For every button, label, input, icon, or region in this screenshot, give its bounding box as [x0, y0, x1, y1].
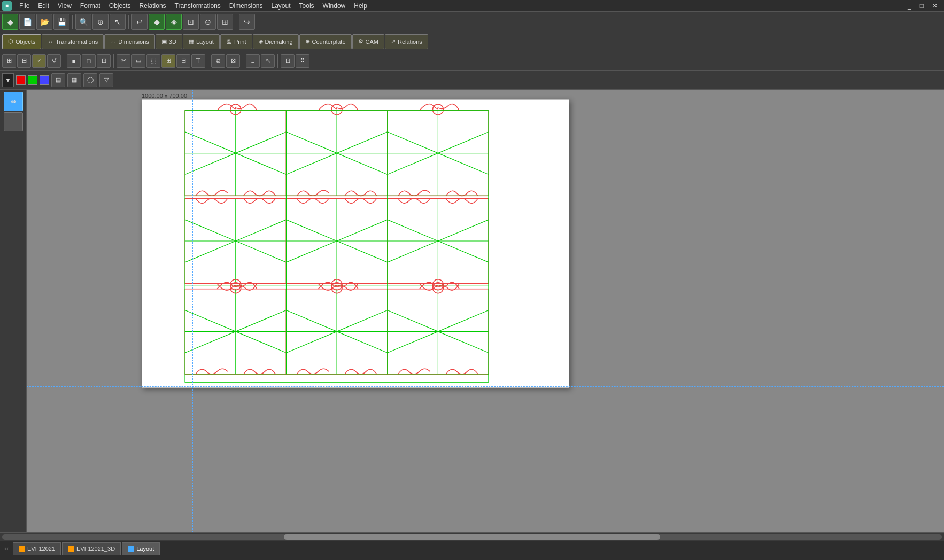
save-button[interactable]: 💾	[53, 14, 69, 30]
nav-relations[interactable]: ↗ Relations	[385, 34, 428, 49]
lines-btn[interactable]: ≡	[246, 54, 260, 68]
svg-line-45	[388, 241, 438, 262]
color-sep	[117, 73, 117, 87]
color-swatch-blue[interactable]	[40, 75, 49, 85]
search-button[interactable]: 🔍	[75, 14, 91, 30]
grid3-btn[interactable]: ⊟	[176, 54, 190, 68]
frame-btn[interactable]: ⊡	[281, 54, 295, 68]
nav-3d[interactable]: ▣ 3D	[156, 34, 182, 49]
select-button[interactable]: ↖	[110, 14, 126, 30]
svg-line-21	[438, 153, 489, 175]
menu-file[interactable]: File	[15, 1, 34, 11]
menu-dimensions[interactable]: Dimensions	[225, 1, 267, 11]
box-1-3	[388, 104, 489, 196]
cursor-btn[interactable]: ↖	[261, 54, 275, 68]
nav-objects[interactable]: ⬡ Objects	[2, 34, 41, 49]
svg-line-35	[286, 220, 337, 241]
layout-svg	[142, 100, 569, 387]
left-tool-2[interactable]	[4, 112, 23, 131]
svg-line-12	[286, 153, 337, 175]
rect-btn[interactable]: □	[82, 54, 96, 68]
minimize-button[interactable]: _	[903, 1, 916, 11]
menu-help[interactable]: Help	[350, 1, 372, 11]
maximize-button[interactable]: □	[916, 1, 928, 11]
zoom-out-button[interactable]: ⊖	[200, 14, 216, 30]
svg-line-13	[337, 153, 388, 175]
grid-button[interactable]: ⊞	[217, 14, 233, 30]
dimension-label: 1000.00 x 700.00	[142, 92, 187, 99]
menu-layout[interactable]: Layout	[267, 1, 295, 11]
zoom-in-button[interactable]: ⊕	[92, 14, 109, 30]
undo-button[interactable]: ↩	[131, 14, 148, 30]
svg-line-30	[236, 241, 287, 262]
nav-dimensions[interactable]: ↔ Dimensions	[104, 34, 154, 49]
bubble-btn[interactable]: ◯	[83, 73, 97, 87]
cut-btn[interactable]: ✂	[117, 54, 130, 68]
dots-btn[interactable]: ⠿	[296, 54, 309, 68]
grid2-btn[interactable]: ⊞	[161, 54, 175, 68]
menu-tools[interactable]: Tools	[295, 1, 319, 11]
tab-expand-button[interactable]: ‹‹	[2, 545, 11, 553]
bottom-tabs: ‹‹ EVF12021 EVF12021_3D Layout	[0, 541, 944, 556]
app-icon: ■	[2, 1, 12, 11]
redo-button[interactable]: ↪	[239, 14, 255, 30]
scrollbar-thumb[interactable]	[284, 534, 660, 540]
wrap-btn[interactable]: ⊠	[226, 54, 240, 68]
pattern2-btn[interactable]: ▦	[67, 73, 81, 87]
nav-print[interactable]: 🖶 Print	[220, 34, 252, 49]
dashed-line-left	[192, 90, 193, 532]
nav-transformations[interactable]: ↔ Transformations	[42, 34, 104, 49]
scrollbar-track[interactable]	[2, 534, 942, 540]
left-tool-arrows[interactable]: ⇔	[4, 92, 23, 111]
menu-format[interactable]: Format	[76, 1, 105, 11]
align-grid-btn[interactable]: ⊞	[2, 54, 16, 68]
square-btn[interactable]: ■	[67, 54, 81, 68]
dashed-btn[interactable]: ⬚	[146, 54, 160, 68]
nav-layout[interactable]: ▦ Layout	[183, 34, 220, 49]
svg-line-19	[438, 132, 489, 153]
menu-transformations[interactable]: Transformations	[171, 1, 225, 11]
filter-btn[interactable]: ▽	[99, 73, 113, 87]
close-button[interactable]: ✕	[928, 1, 942, 11]
menu-edit[interactable]: Edit	[34, 1, 53, 11]
box-1-1	[185, 104, 286, 196]
snap-button[interactable]: ◆	[149, 14, 165, 30]
menu-window[interactable]: Window	[319, 1, 350, 11]
svg-line-3	[236, 132, 287, 153]
rect2-btn[interactable]: ▭	[131, 54, 145, 68]
menu-relations[interactable]: Relations	[135, 1, 171, 11]
menu-view[interactable]: View	[53, 1, 76, 11]
logo-button[interactable]: ◆	[2, 14, 18, 30]
crop-btn[interactable]: ⊡	[97, 54, 111, 68]
horizontal-scrollbar[interactable]	[0, 532, 944, 541]
sep8	[277, 54, 278, 68]
zoom-fit-button[interactable]: ⊡	[183, 14, 199, 30]
nav-counterplate[interactable]: ⊕ Counterplate	[299, 34, 352, 49]
align2-btn[interactable]: ⊤	[191, 54, 205, 68]
color-swatch-red[interactable]	[16, 75, 26, 85]
check-btn[interactable]: ✓	[32, 54, 46, 68]
color-dropdown[interactable]: ▼	[2, 73, 14, 87]
print-icon: 🖶	[226, 38, 232, 45]
nav-diemaking[interactable]: ◈ Diemaking	[253, 34, 299, 49]
tab-layout[interactable]: Layout	[122, 542, 160, 555]
open-button[interactable]: 📂	[36, 14, 52, 30]
canvas-area[interactable]: 1000.00 x 700.00	[27, 90, 944, 532]
pattern-btn[interactable]: ▤	[51, 73, 65, 87]
copy-btn[interactable]: ⧉	[211, 54, 225, 68]
svg-line-10	[286, 132, 337, 153]
menu-objects[interactable]: Objects	[105, 1, 135, 11]
rotate-left-btn[interactable]: ↺	[47, 54, 61, 68]
dashed-line-top	[27, 386, 944, 387]
svg-line-60	[286, 310, 337, 332]
tab-evf12021[interactable]: EVF12021	[13, 542, 61, 555]
svg-line-18	[388, 132, 438, 153]
snap2-button[interactable]: ◈	[166, 14, 182, 30]
svg-line-37	[286, 241, 337, 262]
window-controls: _ □ ✕	[903, 1, 942, 11]
tab-evf12021-3d[interactable]: EVF12021_3D	[62, 542, 121, 555]
new-button[interactable]: 📄	[19, 14, 35, 30]
align-btn[interactable]: ⊟	[17, 54, 31, 68]
nav-cam[interactable]: ⚙ CAM	[352, 34, 384, 49]
color-swatch-green[interactable]	[28, 75, 37, 85]
